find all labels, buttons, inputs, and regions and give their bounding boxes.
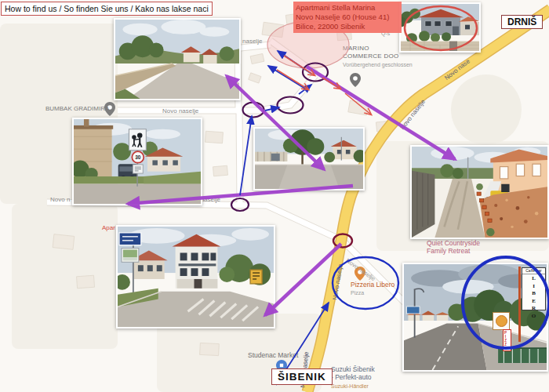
caffe-bar-libero-sign: Caffe bar LIBERO [522, 267, 546, 310]
address-line-3: Bilice, 22000 Sibenik [296, 22, 399, 31]
speed-limit-value: 30 [135, 154, 141, 160]
road [128, 64, 239, 99]
road-patch [278, 165, 339, 189]
zone-sign [133, 165, 143, 173]
photo-intersection [253, 127, 365, 191]
pedestrian-sign [129, 129, 146, 151]
libero-vertical-text: LIBERO [531, 275, 537, 320]
poi-label-pizzeria: Pizzeria Libero [351, 281, 394, 289]
picture-sign [122, 249, 139, 263]
road [404, 324, 487, 370]
yellow-sign [250, 270, 262, 284]
poi-label-suzuki-category: Suzuki-Händler [331, 383, 369, 390]
address-line-1: Apartmani Stella Marina [296, 3, 399, 13]
address-line-2: Novo Naselje 60 (House 41) [296, 13, 399, 22]
photo-gravel-road [410, 145, 549, 239]
pizza-vertical-sign: PIZZA [503, 329, 511, 351]
pizza-logo-circle [496, 315, 507, 327]
pizza-logo-sign [493, 312, 510, 330]
page-title: How to find us / So finden Sie uns / Kak… [1, 2, 213, 16]
poi-label-marino-1: MARINO [343, 45, 369, 52]
city-label-drnis: DRNIŠ [501, 15, 543, 29]
address-card: Apartmani Stella Marina Novo Naselje 60 … [293, 2, 402, 33]
poi-label-suzuki-2: - Perfekt-auto [331, 374, 372, 381]
poi-label-quiet-2: Family Retreat [427, 248, 470, 255]
photo-traffic-signs: 30 [72, 118, 202, 205]
photo-country-road [114, 18, 241, 100]
poi-label-marino-status: Vorübergehend geschlossen [343, 61, 413, 68]
poi-label-quiet-1: Quiet Countryside [427, 240, 480, 247]
road-label-novo-naselje-mid: Novo naselje [162, 107, 198, 114]
direction-map-composite: Q-s MARINO COMMERCE DOO Vorübergehend ge… [0, 0, 549, 392]
photo-target-house [399, 2, 481, 53]
caffe-bar-text: Caffe bar [522, 268, 545, 274]
fence-gate [255, 152, 287, 162]
poi-label-bumbak: BUMBAK GRADIMIRA [45, 105, 109, 112]
poi-label-apartment-fragment: Apar [102, 224, 115, 231]
speed-limit-sign: 30 [132, 151, 144, 163]
poi-label-marino-2: COMMERCE DOO [343, 53, 399, 60]
road [74, 184, 201, 204]
sign-pole-orange [518, 267, 521, 342]
city-label-sibenik: ŠIBENIK [271, 368, 333, 385]
poi-label-suzuki-1: Suzuki Šibenik [331, 366, 375, 373]
photo-apartment-house [116, 225, 275, 328]
dark-wall [412, 171, 434, 238]
pole [341, 137, 342, 161]
poi-label-pizzeria-category: Pizza [351, 289, 364, 296]
road-label-naselje-fragment: naselje [242, 38, 262, 45]
stone-wall [401, 42, 479, 51]
road-label-novo-left: Novo n [50, 196, 70, 203]
poi-label-studenac: Studenac Market [248, 352, 298, 359]
blue-info-sign [119, 233, 141, 245]
sign-pole [133, 239, 134, 295]
